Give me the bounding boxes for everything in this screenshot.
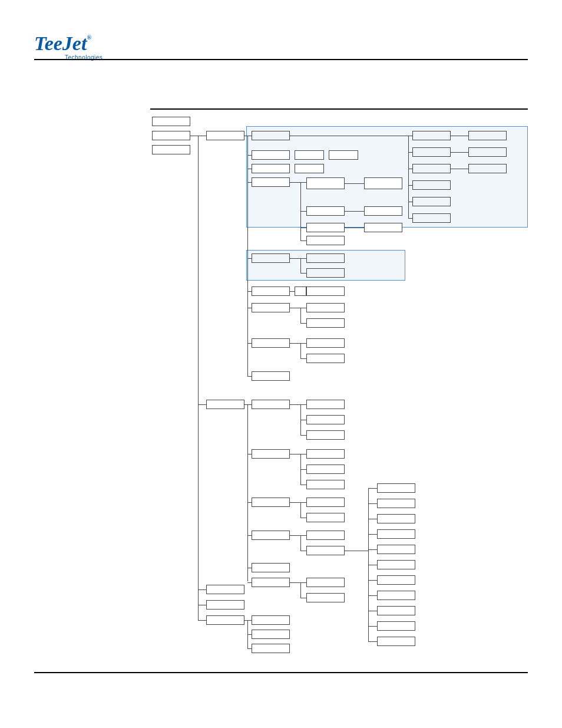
connector-line	[345, 211, 364, 212]
diagram-node	[252, 131, 290, 140]
connector-line	[300, 273, 306, 274]
connector-line	[290, 343, 306, 344]
header-rule	[34, 59, 528, 60]
connector-line	[300, 241, 306, 241]
brand-logo: TeeJet®	[34, 35, 91, 51]
connector-line	[300, 518, 306, 518]
diagram-node	[306, 400, 345, 409]
diagram-node	[252, 615, 290, 625]
diagram-node	[364, 177, 402, 189]
connector-line	[345, 228, 364, 228]
connector-line	[368, 534, 377, 535]
connector-line	[300, 582, 301, 598]
connector-line	[247, 648, 252, 649]
diagram-node	[252, 286, 290, 296]
diagram-node	[412, 147, 451, 157]
diagram-node	[468, 147, 507, 157]
connector-line	[247, 634, 252, 635]
connector-line	[247, 376, 252, 377]
connector-line	[300, 469, 306, 470]
diagram-node	[306, 268, 345, 278]
connector-line	[244, 136, 252, 136]
diagram-node	[306, 593, 345, 602]
diagram-node	[306, 480, 345, 489]
connector-line	[300, 228, 306, 228]
connector-line	[300, 502, 301, 518]
connector-line	[198, 620, 206, 621]
diagram-node	[252, 563, 290, 572]
diagram-node	[295, 164, 324, 173]
diagram-node	[252, 150, 290, 160]
connector-line	[368, 549, 377, 550]
diagram-node	[306, 415, 345, 424]
connector-line	[408, 185, 412, 186]
connector-line	[408, 218, 412, 219]
connector-line	[345, 183, 364, 184]
connector-line	[408, 169, 412, 169]
connector-line	[451, 152, 468, 153]
connector-line	[247, 308, 252, 308]
diagram-node	[377, 560, 415, 569]
connector-line	[368, 503, 377, 504]
diagram-node	[206, 131, 244, 140]
diagram-node	[306, 449, 345, 459]
diagram-node	[252, 578, 290, 587]
connector-line	[290, 535, 306, 536]
diagram-node	[412, 213, 451, 223]
connector-line	[290, 404, 306, 405]
connector-line	[290, 258, 306, 259]
diagram-node	[252, 164, 290, 173]
diagram-node	[468, 164, 507, 173]
diagram-node	[306, 338, 345, 348]
diagram-node	[377, 621, 415, 631]
connector-line	[198, 136, 199, 620]
connector-line	[300, 435, 306, 436]
diagram-node	[306, 303, 345, 312]
connector-line	[247, 343, 252, 344]
connector-line	[290, 308, 306, 308]
brand-name: TeeJet	[34, 32, 87, 54]
diagram-node	[412, 164, 451, 173]
diagram-node	[252, 253, 290, 263]
connector-line	[368, 580, 377, 581]
connector-line	[368, 595, 377, 596]
connector-line	[247, 502, 252, 503]
connector-line	[244, 620, 252, 621]
diagram-node	[206, 585, 244, 594]
connector-line	[244, 404, 252, 405]
diagram-node	[377, 483, 415, 493]
connector-line	[247, 182, 252, 183]
connector-line	[198, 605, 206, 605]
connector-line	[368, 641, 377, 642]
diagram-node	[306, 430, 345, 440]
connector-line	[300, 358, 306, 359]
connector-line	[247, 535, 252, 536]
diagram-node	[295, 286, 306, 296]
diagram-node	[206, 615, 244, 625]
diagram-node	[377, 499, 415, 508]
diagram-node	[306, 236, 345, 245]
diagram-node	[306, 318, 345, 328]
diagram-node	[306, 206, 345, 216]
diagram-node	[306, 223, 345, 232]
connector-line	[290, 502, 306, 503]
connector-line	[247, 155, 252, 156]
connector-line	[290, 136, 412, 136]
diagram-node	[252, 400, 290, 409]
connector-line	[368, 626, 377, 627]
connector-line	[368, 488, 377, 489]
diagram-node	[306, 177, 345, 189]
diagram-node	[306, 354, 345, 363]
diagram-node	[377, 606, 415, 615]
connector-line	[300, 323, 306, 324]
connector-line	[198, 404, 206, 405]
connector-line	[290, 182, 306, 183]
connector-line	[247, 258, 252, 259]
connector-line	[408, 202, 412, 202]
diagram-node	[377, 514, 415, 523]
brand-reg: ®	[87, 34, 91, 41]
diagram-node	[306, 513, 345, 522]
diagram-node	[412, 197, 451, 206]
diagram-node	[306, 253, 345, 263]
diagram-node	[306, 286, 345, 296]
